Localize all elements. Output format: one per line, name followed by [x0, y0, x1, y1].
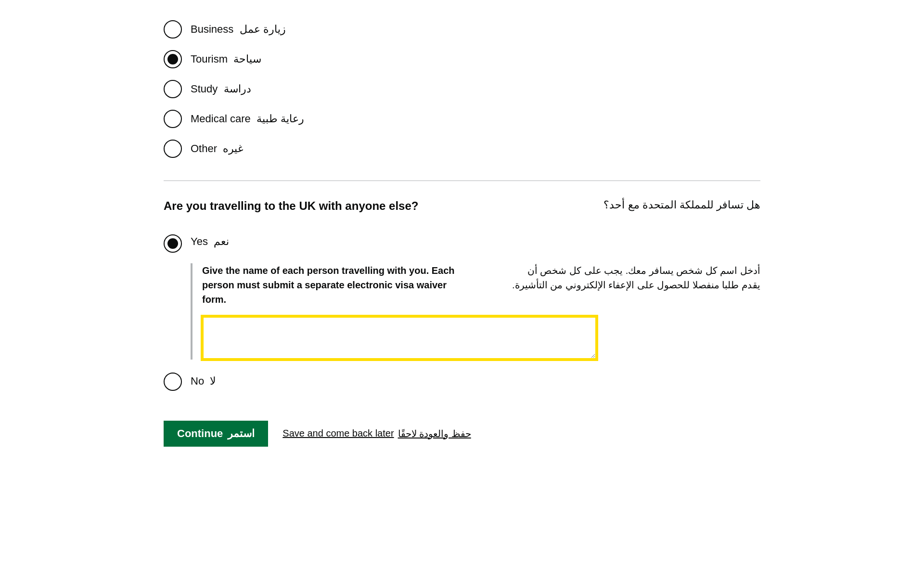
yes-instruction-ar: أدخل اسم كل شخص يسافر معك. يجب على كل شخ… — [510, 263, 760, 292]
textarea-container — [202, 316, 760, 360]
radio-option-business[interactable]: Business زيارة عمل — [164, 14, 760, 44]
radio-option-study[interactable]: Study دراسة — [164, 74, 760, 104]
save-button[interactable]: Save and come back later حفظ والعودة لاح… — [282, 421, 471, 446]
continue-button[interactable]: Continue استمر — [164, 421, 268, 447]
save-label-en: Save and come back later — [282, 428, 394, 439]
yes-instruction-en: Give the name of each person travelling … — [202, 263, 467, 307]
radio-other-label: Other غيره — [191, 142, 244, 156]
button-row: Continue استمر Save and come back later … — [164, 421, 760, 447]
radio-yes-circle[interactable] — [164, 234, 182, 253]
radio-other-circle[interactable] — [164, 140, 182, 158]
radio-medical-label: Medical care رعاية طبية — [191, 112, 304, 127]
radio-business-circle[interactable] — [164, 20, 182, 39]
radio-no-circle[interactable] — [164, 373, 182, 391]
yes-instruction-row: Give the name of each person travelling … — [202, 263, 760, 307]
radio-tourism-label: Tourism سياحة — [191, 52, 261, 67]
radio-study-label: Study دراسة — [191, 82, 251, 97]
radio-option-other[interactable]: Other غيره — [164, 134, 760, 164]
radio-option-tourism[interactable]: Tourism سياحة — [164, 44, 760, 74]
question2-header: Are you travelling to the UK with anyone… — [164, 198, 760, 214]
radio-study-circle[interactable] — [164, 80, 182, 98]
section-divider — [164, 180, 760, 181]
radio-option-medical[interactable]: Medical care رعاية طبية — [164, 104, 760, 134]
travel-companions-textarea[interactable] — [202, 316, 597, 360]
radio-yes-label: Yes نعم — [191, 234, 229, 249]
question2-title-ar: هل تسافر للمملكة المتحدة مع أحد؟ — [603, 198, 760, 213]
question1-options: Business زيارة عمل Tourism سياحة Study د… — [164, 14, 760, 164]
save-label-ar: حفظ والعودة لاحقًا — [398, 428, 471, 439]
radio-no-label: No لا — [191, 374, 216, 389]
radio-option-yes[interactable]: Yes نعم — [164, 229, 760, 258]
radio-option-yes-wrapper: Yes نعم Give the name of each person tra… — [164, 229, 760, 360]
radio-tourism-circle[interactable] — [164, 50, 182, 68]
continue-label-ar: استمر — [228, 427, 255, 440]
page-container: Business زيارة عمل Tourism سياحة Study د… — [125, 0, 799, 461]
radio-option-no[interactable]: No لا — [164, 367, 760, 397]
save-text-wrapper: Save and come back later حفظ والعودة لاح… — [282, 428, 471, 439]
yes-sub-content: Give the name of each person travelling … — [191, 263, 760, 360]
radio-medical-circle[interactable] — [164, 110, 182, 128]
radio-business-label: Business زيارة عمل — [191, 22, 286, 37]
continue-label-en: Continue — [177, 427, 223, 440]
sub-content-wrapper: Give the name of each person travelling … — [191, 263, 760, 360]
question2-title-en: Are you travelling to the UK with anyone… — [164, 198, 418, 214]
